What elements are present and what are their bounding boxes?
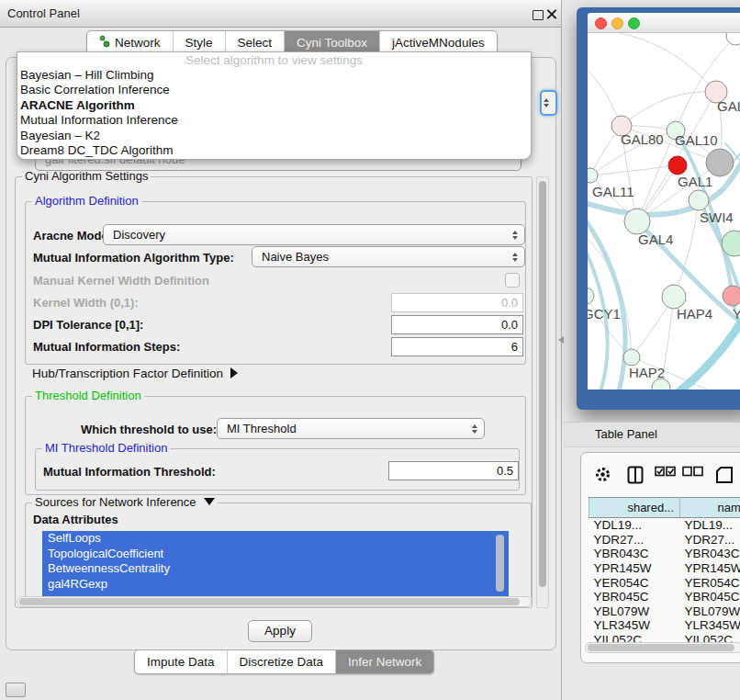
aracne-mode-label: Aracne Mode:: [33, 229, 112, 243]
mi-threshold-field[interactable]: 0.5: [388, 461, 519, 480]
network-node[interactable]: [723, 286, 740, 306]
algorithm-dropdown-placeholder: Select algorithm to view settings: [17, 52, 531, 68]
network-node[interactable]: [668, 156, 687, 175]
manual-kernel-width-checkbox[interactable]: [505, 273, 520, 288]
which-threshold-combo[interactable]: MI Threshold: [217, 418, 485, 439]
network-node[interactable]: [624, 209, 650, 234]
manual-kernel-width-label: Manual Kernel Width Definition: [33, 274, 209, 288]
sources-title[interactable]: Sources for Network Inference: [32, 495, 218, 509]
mi-algorithm-type-combo[interactable]: Naive Bayes: [252, 246, 525, 267]
cyni-algorithm-settings-group: Cyni Algorithm Settings Algorithm Defini…: [15, 176, 533, 608]
attribute-item-betweennesscentrality[interactable]: BetweennessCentrality: [42, 561, 509, 577]
network-node[interactable]: [706, 149, 734, 176]
control-panel-titlebar: Control Panel: [0, 0, 562, 28]
apply-button[interactable]: Apply: [248, 620, 312, 642]
aracne-mode-combo[interactable]: Discovery: [103, 224, 525, 245]
network-node-label: HAP4: [677, 306, 712, 322]
network-node-label: GAL80: [621, 131, 664, 147]
tab-discretize-data[interactable]: Discretize Data: [228, 650, 337, 673]
which-threshold-label: Which threshold to use:: [81, 423, 217, 436]
network-canvas[interactable]: GALGAL80GAL10GAL1GAL11SWI4GAL4GCY1HAP4YH…: [588, 33, 740, 390]
cyni-bottom-tabbar: Impute DataDiscretize DataInfer Network: [134, 649, 434, 674]
settings-vscrollbar[interactable]: [536, 176, 549, 608]
network-window-titlebar: [588, 13, 740, 33]
table-row[interactable]: YDR27...YDR27...12: [589, 533, 740, 548]
mi-algorithm-type-label: Mutual Information Algorithm Type:: [33, 251, 234, 265]
network-node[interactable]: [623, 349, 640, 366]
minimized-window-icon[interactable]: [6, 683, 26, 697]
table-row[interactable]: YBL079WYBL079W: [589, 604, 740, 619]
table-row[interactable]: YER054CYER054C8.: [589, 575, 740, 590]
deselect-all-icon[interactable]: [682, 466, 704, 480]
network-node-label: GAL4: [638, 231, 673, 247]
network-node-label: HAP2: [629, 365, 665, 380]
table-row[interactable]: YBR045CYBR045C9.: [589, 590, 740, 604]
algorithm-option-aracne-algorithm[interactable]: ARACNE Algorithm: [17, 98, 531, 113]
table-row[interactable]: YPR145WYPR145W9.: [589, 561, 740, 576]
network-node-label: SWI4: [700, 209, 734, 225]
zoom-traffic-icon[interactable]: [628, 17, 640, 29]
network-node-label: GAL: [717, 98, 740, 114]
algorithm-option-basic-correlation-inference[interactable]: Basic Correlation Inference: [17, 83, 531, 97]
table-hscrollbar[interactable]: [585, 642, 740, 653]
algorithm-option-bayesian-k2[interactable]: Bayesian – K2: [17, 129, 531, 143]
kernel-width-field[interactable]: 0.0: [391, 293, 523, 312]
network-node-label: GAL10: [675, 132, 718, 148]
tab-infer-network[interactable]: Infer Network: [336, 650, 433, 673]
partial-table-icon[interactable]: [715, 466, 734, 487]
table-panel-title: Table Panel: [595, 427, 657, 441]
network-node[interactable]: [689, 190, 709, 210]
column-header-name[interactable]: name: [680, 498, 740, 518]
attributes-scrollbar[interactable]: [496, 535, 504, 592]
column-header-shared[interactable]: shared...: [589, 498, 680, 518]
hub-section-toggle[interactable]: Hub/Transcription Factor Definition: [32, 367, 238, 380]
float-window-icon[interactable]: [533, 10, 544, 20]
mi-steps-label: Mutual Information Steps:: [33, 340, 180, 354]
minimize-traffic-icon[interactable]: [611, 17, 623, 29]
mi-threshold-group: MI Threshold Definition Mutual Informati…: [35, 448, 520, 491]
attribute-item-gal4rgexp[interactable]: gal4RGexp: [42, 577, 509, 593]
network-node[interactable]: [588, 288, 594, 304]
table-panel-header: Table Panel: [564, 422, 740, 447]
network-canvas-svg: GALGAL80GAL10GAL1GAL11SWI4GAL4GCY1HAP4YH…: [588, 33, 740, 390]
table-toolbar: [581, 462, 740, 491]
split-columns-icon[interactable]: [627, 466, 644, 487]
algorithm-option-bayesian-hill-climbing[interactable]: Bayesian – Hill Climbing: [17, 68, 531, 83]
table-row[interactable]: YDL19...YDL19...13: [589, 518, 740, 533]
mi-threshold-label: Mutual Information Threshold:: [43, 465, 216, 479]
algorithm-dropdown-list: Bayesian – Hill ClimbingBasic Correlatio…: [17, 68, 531, 158]
kernel-width-label: Kernel Width (0,1):: [33, 296, 139, 310]
table-panel-card: shared...nameA YDL19...YDL19...13YDR27..…: [580, 452, 740, 663]
mi-threshold-group-title: MI Threshold Definition: [42, 441, 170, 455]
expand-right-icon: [230, 367, 238, 378]
gear-icon[interactable]: [594, 466, 611, 486]
sources-group: Sources for Network Inference Data Attri…: [25, 502, 532, 598]
network-node-label: GCY1: [588, 306, 621, 322]
network-icon: [99, 35, 110, 51]
table-row[interactable]: YBR043CYBR043C: [589, 547, 740, 561]
network-view-window: GALGAL80GAL10GAL1GAL11SWI4GAL4GCY1HAP4YH…: [577, 7, 740, 410]
close-traffic-icon[interactable]: [595, 17, 607, 29]
dpi-tolerance-label: DPI Tolerance [0,1]:: [33, 318, 143, 332]
close-icon[interactable]: [546, 8, 557, 19]
table-row[interactable]: YLR345WYLR345W9.: [589, 618, 740, 633]
dpi-tolerance-field[interactable]: 0.0: [391, 315, 523, 334]
network-node-label: Y: [733, 306, 740, 322]
mi-steps-field[interactable]: 6: [391, 337, 523, 356]
cyni-algorithm-settings-title: Cyni Algorithm Settings: [22, 169, 151, 183]
tab-impute-data[interactable]: Impute Data: [135, 650, 228, 673]
panel-splitter-arrow[interactable]: [558, 336, 564, 344]
algorithm-option-mutual-information-inference[interactable]: Mutual Information Inference: [17, 113, 531, 128]
settings-hscrollbar[interactable]: [17, 596, 532, 607]
attribute-item-topologicalcoefficient[interactable]: TopologicalCoefficient: [42, 547, 509, 562]
network-node[interactable]: [588, 168, 598, 183]
control-panel-title: Control Panel: [7, 6, 80, 20]
algorithm-definition-title: Algorithm Definition: [32, 194, 141, 208]
attribute-item-selfloops[interactable]: SelfLoops: [42, 531, 509, 547]
network-edge: [590, 165, 678, 175]
data-attributes-label: Data Attributes: [33, 513, 118, 526]
select-all-icon[interactable]: [655, 466, 677, 480]
algorithm-combo-stepper[interactable]: [540, 90, 557, 116]
app-root: Control Panel NetworkStyleSelectCyni Too…: [0, 0, 740, 700]
algorithm-option-dream8-dc-tdc-algorithm[interactable]: Dream8 DC_TDC Algorithm: [17, 143, 531, 158]
